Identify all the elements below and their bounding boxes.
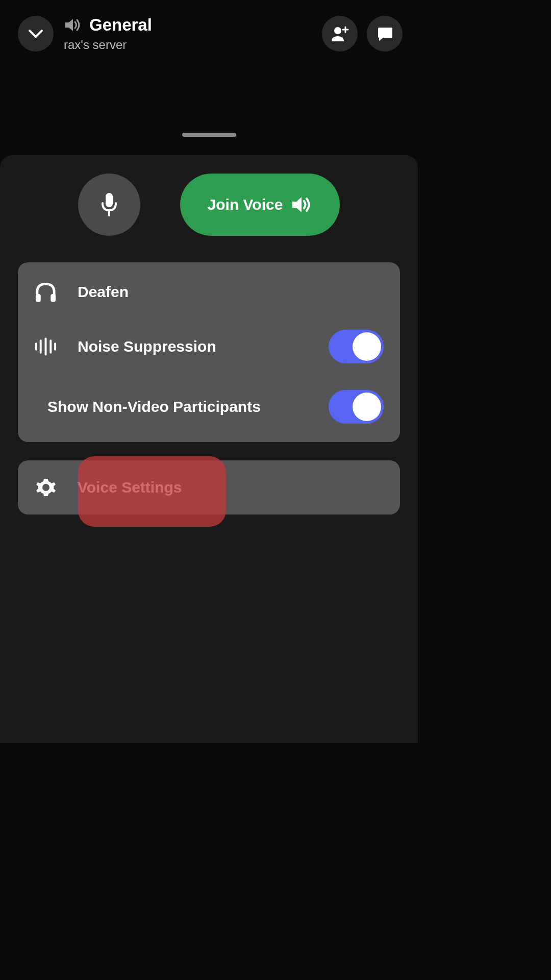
back-button[interactable] bbox=[18, 16, 54, 52]
mic-button[interactable] bbox=[78, 174, 140, 236]
header-text: General rax's server bbox=[64, 15, 312, 52]
chat-icon bbox=[376, 26, 393, 42]
noise-suppression-toggle[interactable] bbox=[329, 330, 384, 363]
svg-rect-3 bbox=[36, 294, 41, 302]
settings-icon-slot bbox=[34, 281, 57, 303]
svg-rect-1 bbox=[106, 193, 113, 207]
drag-handle[interactable] bbox=[182, 133, 236, 137]
header-actions bbox=[322, 16, 403, 52]
show-non-video-row: Show Non-Video Participants bbox=[34, 377, 384, 428]
settings-icon-slot bbox=[34, 337, 57, 356]
bottom-sheet: Join Voice Deafen bbox=[0, 155, 418, 743]
action-row: Join Voice bbox=[18, 174, 400, 236]
settings-icon-slot bbox=[34, 477, 57, 498]
add-person-icon bbox=[330, 25, 349, 42]
svg-rect-4 bbox=[51, 294, 56, 302]
show-non-video-toggle[interactable] bbox=[329, 390, 384, 424]
chat-button[interactable] bbox=[367, 16, 403, 52]
headphones-icon bbox=[34, 281, 57, 303]
soundwave-icon bbox=[34, 337, 57, 356]
server-name: rax's server bbox=[64, 38, 312, 52]
join-voice-label: Join Voice bbox=[208, 196, 283, 213]
noise-suppression-label: Noise Suppression bbox=[78, 338, 308, 355]
speaker-icon bbox=[64, 17, 81, 33]
voice-settings-button[interactable]: Voice Settings bbox=[18, 460, 400, 514]
deafen-row[interactable]: Deafen bbox=[34, 277, 384, 316]
join-voice-button[interactable]: Join Voice bbox=[180, 174, 340, 236]
settings-card: Deafen Noise Suppression Show Non-Video … bbox=[18, 262, 400, 442]
gear-icon bbox=[35, 477, 57, 498]
chevron-down-icon bbox=[28, 29, 43, 39]
voice-settings-label: Voice Settings bbox=[78, 479, 182, 496]
mic-icon bbox=[100, 192, 118, 217]
svg-point-0 bbox=[334, 27, 341, 34]
deafen-label: Deafen bbox=[78, 283, 384, 301]
header: General rax's server bbox=[0, 0, 418, 61]
speaker-icon bbox=[291, 194, 312, 215]
show-non-video-label: Show Non-Video Participants bbox=[47, 398, 308, 415]
svg-point-10 bbox=[42, 484, 49, 491]
noise-suppression-row: Noise Suppression bbox=[34, 316, 384, 377]
header-title-row: General bbox=[64, 15, 312, 35]
add-friend-button[interactable] bbox=[322, 16, 358, 52]
channel-name: General bbox=[89, 15, 152, 35]
